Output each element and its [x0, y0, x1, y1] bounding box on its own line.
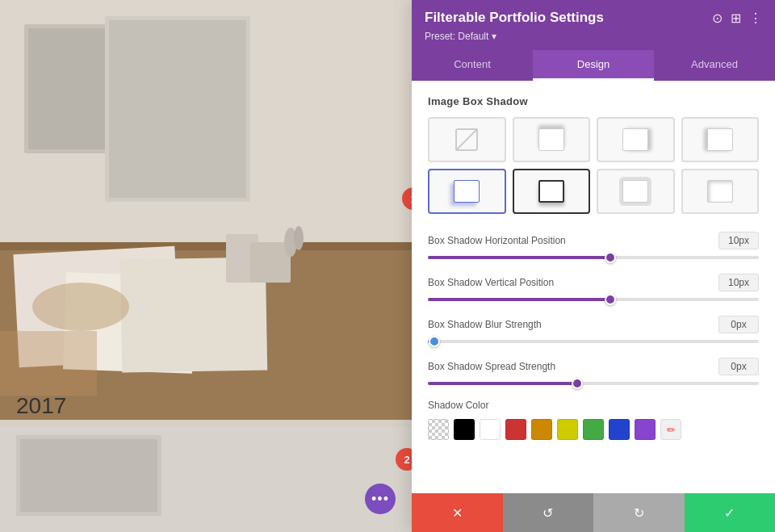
shadow-color-section: Shadow Color ✏	[428, 400, 759, 440]
horizontal-position-section: Box Shadow Horizontal Position 10px	[428, 232, 759, 259]
horizontal-position-track[interactable]	[428, 256, 759, 259]
vertical-position-value[interactable]: 10px	[718, 274, 759, 291]
color-swatch-green[interactable]	[583, 419, 604, 440]
shadow-outer-icon	[622, 180, 648, 203]
image-box-shadow-label: Image Box Shadow	[428, 95, 759, 107]
shadow-option-right[interactable]	[597, 117, 675, 162]
more-dots-icon: •••	[371, 491, 389, 508]
svg-rect-15	[0, 331, 97, 396]
spread-strength-fill	[428, 382, 577, 385]
svg-rect-4	[109, 20, 246, 198]
spread-strength-track[interactable]	[428, 382, 759, 385]
grid-icon[interactable]: ⊞	[731, 10, 741, 26]
spread-label-row: Box Shadow Spread Strength 0px	[428, 358, 759, 375]
color-swatch-yellow[interactable]	[557, 419, 578, 440]
blur-strength-thumb[interactable]	[429, 336, 440, 347]
fullscreen-icon[interactable]: ⊙	[712, 10, 723, 26]
color-swatch-black[interactable]	[454, 419, 475, 440]
year-label: 2017	[16, 393, 66, 419]
shadow-none-icon	[455, 128, 478, 151]
shadow-left-icon	[707, 128, 733, 151]
panel-header: Filterable Portfolio Settings ⊙ ⊞ ⋮ Pres…	[412, 0, 775, 50]
tab-advanced[interactable]: Advanced	[654, 50, 775, 81]
eyedropper-button[interactable]: ✏	[660, 419, 681, 440]
color-swatch-white[interactable]	[480, 419, 501, 440]
spread-strength-thumb[interactable]	[572, 378, 583, 389]
redo-button[interactable]: ↻	[593, 493, 685, 532]
shadow-inner-icon	[707, 180, 733, 203]
horizontal-position-fill	[428, 256, 610, 259]
shadow-right-icon	[622, 128, 648, 151]
panel-tabs: Content Design Advanced	[412, 50, 775, 81]
horizontal-position-value[interactable]: 10px	[718, 232, 759, 249]
svg-rect-11	[250, 242, 291, 283]
color-swatches: ✏	[428, 419, 759, 440]
shadow-option-top[interactable]	[513, 117, 591, 162]
spread-strength-label: Box Shadow Spread Strength	[428, 361, 555, 372]
settings-panel: Filterable Portfolio Settings ⊙ ⊞ ⋮ Pres…	[412, 0, 775, 532]
eyedropper-icon: ✏	[667, 424, 676, 436]
vertical-position-thumb[interactable]	[605, 294, 616, 305]
header-icons: ⊙ ⊞ ⋮	[712, 10, 762, 26]
vertical-position-label: Box Shadow Vertical Position	[428, 277, 554, 288]
tab-design[interactable]: Design	[533, 50, 654, 81]
horizontal-position-label: Box Shadow Horizontal Position	[428, 235, 566, 246]
panel-header-top: Filterable Portfolio Settings ⊙ ⊞ ⋮	[425, 10, 762, 26]
shadow-option-bottom-left[interactable]	[428, 169, 506, 214]
shadow-option-outer[interactable]	[597, 169, 675, 214]
shadow-bottom-left-icon	[454, 180, 480, 203]
shadow-option-none[interactable]	[428, 117, 506, 162]
vertical-position-section: Box Shadow Vertical Position 10px	[428, 274, 759, 301]
horizontal-position-thumb[interactable]	[605, 252, 616, 263]
shadow-style-grid	[428, 117, 759, 214]
cancel-button[interactable]: ✕	[412, 493, 503, 532]
panel-footer: ✕ ↺ ↻ ✓	[412, 493, 775, 532]
blur-strength-track[interactable]	[428, 340, 759, 343]
preset-line[interactable]: Preset: Default ▾	[425, 31, 762, 42]
shadow-color-label: Shadow Color	[428, 400, 759, 411]
panel-content: Image Box Shadow	[412, 81, 775, 493]
bottom-svg	[0, 427, 420, 532]
vertical-label-row: Box Shadow Vertical Position 10px	[428, 274, 759, 291]
spread-strength-section: Box Shadow Spread Strength 0px	[428, 358, 759, 385]
reset-button[interactable]: ↺	[503, 493, 594, 532]
blur-strength-section: Box Shadow Blur Strength 0px	[428, 316, 759, 343]
canvas-left: 2017	[0, 0, 420, 532]
svg-rect-6	[0, 242, 420, 250]
bg-svg	[0, 0, 420, 420]
panel-title: Filterable Portfolio Settings	[425, 10, 604, 26]
svg-point-14	[32, 283, 129, 331]
shadow-option-left[interactable]	[681, 117, 760, 162]
more-icon[interactable]: ⋮	[749, 10, 762, 26]
more-options-button[interactable]: •••	[365, 484, 396, 514]
spread-strength-value[interactable]: 0px	[718, 358, 759, 375]
bottom-canvas	[0, 427, 420, 532]
color-swatch-orange[interactable]	[531, 419, 552, 440]
bg-image	[0, 0, 420, 420]
color-swatch-transparent[interactable]	[428, 419, 449, 440]
color-swatch-red[interactable]	[505, 419, 526, 440]
vertical-position-fill	[428, 298, 610, 301]
shadow-bottom-icon	[538, 180, 564, 203]
shadow-option-inner[interactable]	[681, 169, 760, 214]
svg-point-13	[294, 226, 304, 250]
preset-chevron-icon: ▾	[492, 31, 496, 42]
blur-strength-label: Box Shadow Blur Strength	[428, 319, 542, 330]
color-swatch-blue[interactable]	[609, 419, 630, 440]
tab-content[interactable]: Content	[412, 50, 533, 81]
horizontal-label-row: Box Shadow Horizontal Position 10px	[428, 232, 759, 249]
blur-label-row: Box Shadow Blur Strength 0px	[428, 316, 759, 333]
shadow-option-bottom[interactable]	[513, 169, 591, 214]
save-button[interactable]: ✓	[685, 493, 776, 532]
color-swatch-purple[interactable]	[635, 419, 656, 440]
vertical-position-track[interactable]	[428, 298, 759, 301]
blur-strength-value[interactable]: 0px	[718, 316, 759, 333]
shadow-top-icon	[538, 128, 564, 151]
svg-rect-2	[28, 28, 117, 149]
svg-rect-18	[20, 439, 157, 512]
